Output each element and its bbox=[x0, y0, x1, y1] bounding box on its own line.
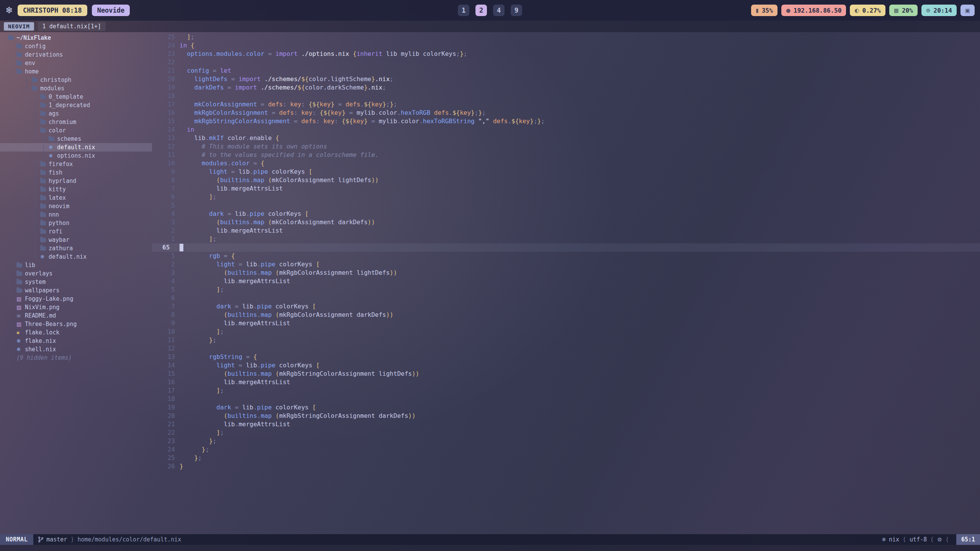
code-line[interactable]: 10 modules.color = { bbox=[152, 159, 980, 168]
tree-item-zathura[interactable]: │zathura bbox=[0, 244, 152, 253]
code-line[interactable]: 13 lib.mkIf color.enable { bbox=[152, 134, 980, 142]
code-line[interactable]: 17 mkColorAssignment = defs: key: {${key… bbox=[152, 100, 980, 109]
tree-item-derivations[interactable]: derivations bbox=[0, 51, 152, 59]
tree-item-nnn[interactable]: │nnn bbox=[0, 210, 152, 219]
code-line[interactable]: 9 lib.mergeAttrsList bbox=[152, 319, 980, 328]
tree-item-flake.nix[interactable]: ❄flake.nix bbox=[0, 337, 152, 345]
code-line[interactable]: 20 lightDefs = import ./schemes/${color.… bbox=[152, 75, 980, 83]
tree-item-modules[interactable]: └modules bbox=[0, 84, 152, 93]
code-line[interactable]: 24 }; bbox=[152, 445, 980, 454]
code-line[interactable]: 19 dark = lib.pipe colorKeys [ bbox=[152, 403, 980, 412]
code-token: ./options.nix bbox=[297, 50, 353, 57]
code-line[interactable]: 2 lib.mergeAttrsList bbox=[152, 227, 980, 235]
code-line[interactable]: 13 rgbString = { bbox=[152, 353, 980, 361]
code-line[interactable]: 2 light = lib.pipe colorKeys [ bbox=[152, 260, 980, 269]
code-line[interactable]: 23 options.modules.color = import ./opti… bbox=[152, 50, 980, 58]
code-line[interactable]: 9 light = lib.pipe colorKeys [ bbox=[152, 168, 980, 176]
tree-item-shell.nix[interactable]: ❄shell.nix bbox=[0, 345, 152, 354]
tree-item-config[interactable]: config bbox=[0, 42, 152, 51]
tree-item-christoph[interactable]: │christoph bbox=[0, 76, 152, 84]
code-line[interactable]: 6 ]; bbox=[152, 193, 980, 201]
tree-item-default.nix[interactable]: └❄default.nix bbox=[0, 253, 152, 261]
code-line[interactable]: 17 ]; bbox=[152, 386, 980, 395]
tree-item-wallpapers[interactable]: wallpapers bbox=[0, 286, 152, 295]
code-line[interactable]: 3 (builtins.map (mkRgbColorAssignment li… bbox=[152, 269, 980, 277]
tree-item-~NixFlake[interactable]: ~/NixFlake bbox=[0, 34, 152, 42]
tree-item-Foggy-Lake.png[interactable]: ▨Foggy-Lake.png bbox=[0, 295, 152, 303]
code-line[interactable]: 1 ]; bbox=[152, 235, 980, 243]
code-line[interactable]: 12 # This module sets its own options bbox=[152, 142, 980, 151]
tree-item-kitty[interactable]: │kitty bbox=[0, 185, 152, 194]
tree-item-waybar[interactable]: │waybar bbox=[0, 236, 152, 244]
tree-item-firefox[interactable]: │firefox bbox=[0, 160, 152, 168]
code-line[interactable]: 21 config = let bbox=[152, 67, 980, 75]
code-line[interactable]: 21 lib.mergeAttrsList bbox=[152, 420, 980, 429]
code-line[interactable]: 3 (builtins.map (mkColorAssignment darkD… bbox=[152, 218, 980, 227]
code-line[interactable]: 14 light = lib.pipe colorKeys [ bbox=[152, 361, 980, 370]
tree-item-fish[interactable]: │fish bbox=[0, 168, 152, 177]
tree-item-system[interactable]: system bbox=[0, 278, 152, 286]
code-line[interactable]: 23 }; bbox=[152, 437, 980, 445]
code-line[interactable]: 11 # to the values specified in a colors… bbox=[152, 151, 980, 159]
workspace-9[interactable]: 9 bbox=[511, 5, 522, 16]
tree-item-overlays[interactable]: overlays bbox=[0, 269, 152, 278]
code-line[interactable]: 8 (builtins.map (mkColorAssignment light… bbox=[152, 176, 980, 184]
tree-item-chromium[interactable]: │chromium bbox=[0, 118, 152, 126]
tree-item-options.nix[interactable]: └❄options.nix bbox=[0, 152, 152, 160]
workspace-4[interactable]: 4 bbox=[493, 5, 505, 16]
editor[interactable]: 25 ];24in {23 options.modules.color = im… bbox=[152, 32, 980, 534]
code-line[interactable]: 16 mkRgbColorAssignment = defs: key: {${… bbox=[152, 109, 980, 117]
code-line[interactable]: 20 (builtins.map (mkRgbStringColorAssign… bbox=[152, 412, 980, 420]
tree-item-neovim[interactable]: │neovim bbox=[0, 202, 152, 210]
code-line[interactable]: 4 lib.mergeAttrsList bbox=[152, 277, 980, 285]
code-line[interactable]: 11 }; bbox=[152, 336, 980, 344]
code-line[interactable]: 5 bbox=[152, 201, 980, 210]
code-line[interactable]: 18 bbox=[152, 92, 980, 100]
tree-item-lib[interactable]: lib bbox=[0, 261, 152, 269]
code-line[interactable]: 24in { bbox=[152, 41, 980, 50]
tree-item-schemes[interactable]: │schemes bbox=[0, 135, 152, 143]
tree-item-1_deprecated[interactable]: │1_deprecated bbox=[0, 101, 152, 109]
tree-item-ags[interactable]: │ags bbox=[0, 109, 152, 118]
tree-item-hyprland[interactable]: │hyprland bbox=[0, 177, 152, 185]
tree-item-0_template[interactable]: │0_template bbox=[0, 93, 152, 101]
code-line[interactable]: 5 ]; bbox=[152, 285, 980, 294]
tree-item-flake.lock[interactable]: ▪flake.lock bbox=[0, 328, 152, 337]
tree-item-home[interactable]: home bbox=[0, 67, 152, 76]
code-line[interactable]: 12 bbox=[152, 344, 980, 353]
tree-item-label: NixVim.png bbox=[25, 304, 59, 311]
workspace-1[interactable]: 1 bbox=[458, 5, 469, 16]
code-line[interactable]: 15 mkRgbStringColorAssignment = defs: ke… bbox=[152, 117, 980, 126]
tree-item-python[interactable]: │python bbox=[0, 219, 152, 227]
tree-item-default.nix[interactable]: │❄default.nix bbox=[0, 143, 152, 152]
tree-item-color[interactable]: │color bbox=[0, 126, 152, 135]
code-line[interactable]: 25 ]; bbox=[152, 33, 980, 41]
code-line[interactable]: 4 dark = lib.pipe colorKeys [ bbox=[152, 210, 980, 218]
tree-item-Three-Bears.png[interactable]: ▨Three-Bears.png bbox=[0, 320, 152, 328]
code-line[interactable]: 22 bbox=[152, 58, 980, 67]
code-line[interactable]: 19 darkDefs = import ./schemes/${color.d… bbox=[152, 83, 980, 92]
code-line[interactable]: 1 rgb = { bbox=[152, 252, 980, 260]
code-token: defs bbox=[268, 101, 283, 108]
code-line[interactable]: 16 lib.mergeAttrsList bbox=[152, 378, 980, 386]
tree-item-env[interactable]: env bbox=[0, 59, 152, 67]
code-line[interactable]: 22 ]; bbox=[152, 429, 980, 437]
tree-item-README.md[interactable]: ≡README.md bbox=[0, 311, 152, 320]
tree-item-rofi[interactable]: │rofi bbox=[0, 227, 152, 236]
code-line-cursor[interactable]: 65 bbox=[152, 243, 980, 252]
code-line[interactable]: 6 bbox=[152, 294, 980, 302]
code-token: key bbox=[301, 109, 312, 116]
code-line[interactable]: 18 bbox=[152, 395, 980, 403]
code-line[interactable]: 26} bbox=[152, 462, 980, 471]
code-line[interactable]: 25 }; bbox=[152, 454, 980, 462]
code-line[interactable]: 15 (builtins.map (mkRgbStringColorAssign… bbox=[152, 370, 980, 378]
tree-item-latex[interactable]: │latex bbox=[0, 194, 152, 202]
tab-default-nix[interactable]: 1 default.nix[1+] bbox=[38, 22, 106, 31]
code-line[interactable]: 10 ]; bbox=[152, 328, 980, 336]
workspace-2[interactable]: 2 bbox=[475, 5, 487, 16]
code-line[interactable]: 8 (builtins.map (mkRgbColorAssignment da… bbox=[152, 311, 980, 319]
code-line[interactable]: 7 lib.mergeAttrsList bbox=[152, 184, 980, 193]
tree-item-NixVim.png[interactable]: ▨NixVim.png bbox=[0, 303, 152, 311]
code-line[interactable]: 7 dark = lib.pipe colorKeys [ bbox=[152, 302, 980, 311]
code-line[interactable]: 14 in bbox=[152, 126, 980, 134]
